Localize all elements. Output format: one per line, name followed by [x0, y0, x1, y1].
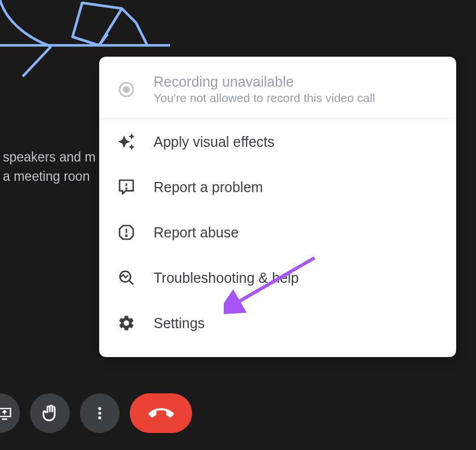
svg-point-8 — [126, 235, 127, 236]
menu-item-label: Report a problem — [154, 179, 263, 196]
svg-point-15 — [98, 417, 101, 419]
svg-point-13 — [98, 407, 101, 410]
more-options-button[interactable] — [80, 393, 120, 433]
bg-text-line1: speakers and m — [3, 147, 96, 167]
record-icon — [116, 79, 137, 100]
background-hint-text: speakers and m a meeting roon — [3, 147, 96, 186]
svg-line-1 — [23, 46, 51, 77]
raise-hand-button[interactable] — [30, 393, 70, 433]
feedback-icon — [116, 177, 137, 197]
svg-point-6 — [126, 188, 126, 189]
sparkle-icon — [116, 131, 137, 152]
present-button[interactable] — [0, 393, 20, 433]
more-options-menu: Recording unavailable You're not allowed… — [99, 57, 456, 357]
report-abuse-icon — [116, 222, 137, 243]
bg-text-line2: a meeting roon — [3, 167, 96, 186]
menu-item-report-abuse[interactable]: Report abuse — [99, 210, 456, 255]
svg-point-4 — [123, 86, 130, 93]
menu-item-troubleshooting[interactable]: Troubleshooting & help — [99, 255, 456, 300]
menu-item-label: Settings — [154, 315, 205, 332]
recording-title: Recording unavailable — [154, 74, 375, 90]
menu-item-label: Apply visual effects — [154, 134, 275, 150]
menu-item-visual-effects[interactable]: Apply visual effects — [99, 119, 456, 164]
end-call-button[interactable] — [130, 393, 192, 433]
gear-icon — [116, 313, 137, 333]
menu-item-settings[interactable]: Settings — [99, 300, 456, 346]
menu-item-report-problem[interactable]: Report a problem — [99, 164, 456, 210]
troubleshoot-icon — [116, 268, 137, 288]
svg-line-2 — [99, 34, 108, 45]
svg-line-10 — [129, 281, 133, 285]
call-toolbar — [0, 393, 192, 433]
recording-unavailable-header: Recording unavailable You're not allowed… — [99, 57, 456, 119]
menu-item-label: Report abuse — [154, 224, 239, 241]
svg-point-14 — [98, 411, 101, 414]
menu-item-label: Troubleshooting & help — [154, 270, 299, 286]
recording-subtitle: You're not allowed to record this video … — [154, 91, 375, 105]
